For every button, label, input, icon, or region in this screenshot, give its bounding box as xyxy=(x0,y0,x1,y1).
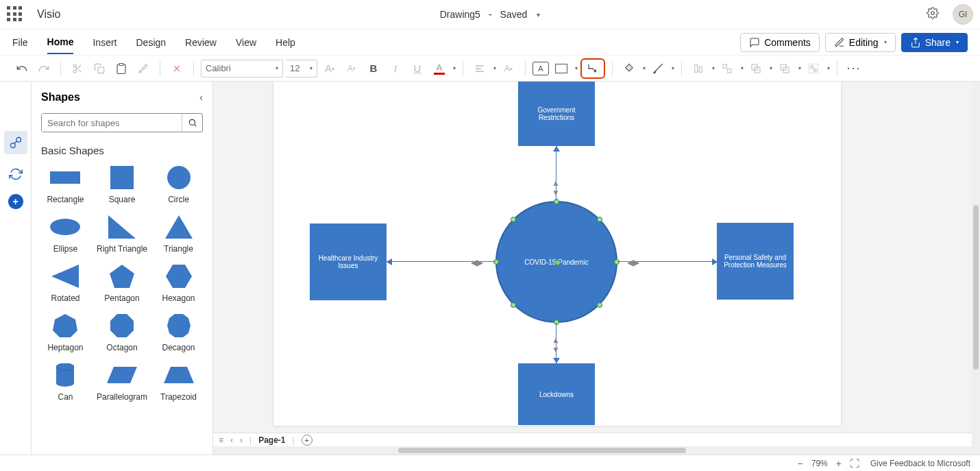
vertical-scrollbar[interactable] xyxy=(972,82,980,455)
shape-ellipse[interactable]: Ellipse xyxy=(41,215,90,254)
italic-button[interactable]: I xyxy=(386,59,405,78)
delete-button[interactable] xyxy=(167,59,186,78)
chevron-down-icon[interactable]: ▾ xyxy=(493,65,496,71)
chevron-down-icon[interactable]: ▾ xyxy=(453,65,456,71)
subscript-button[interactable]: A▴ xyxy=(499,59,518,78)
line-color-button[interactable] xyxy=(648,59,667,78)
add-icon[interactable]: + xyxy=(8,194,23,209)
chevron-down-icon[interactable]: ▾ xyxy=(798,65,801,71)
shape-right-triangle[interactable]: Right Triangle xyxy=(97,215,147,254)
node-personal-safety[interactable]: Personal Safety and Protection Measures xyxy=(717,223,794,300)
node-healthcare[interactable]: Healthcare Industry Issues xyxy=(310,224,387,300)
shape-square[interactable]: Square xyxy=(97,166,147,204)
shape-trapezoid[interactable]: Trapezoid xyxy=(154,363,203,402)
node-lockdowns[interactable]: Lockdowns xyxy=(518,363,595,425)
autoconnect-arrow-icon[interactable]: ▲▼ xyxy=(552,178,560,197)
selection-handle[interactable] xyxy=(511,302,516,308)
tab-review[interactable]: Review xyxy=(185,32,217,53)
align-button[interactable] xyxy=(470,59,489,78)
shape-rotated[interactable]: Rotated xyxy=(41,265,90,303)
selection-handle[interactable] xyxy=(511,217,516,222)
fit-page-button[interactable]: ⛶ xyxy=(850,458,859,469)
shape-can[interactable]: Can xyxy=(41,363,90,402)
shrink-font-button[interactable]: A▾ xyxy=(342,59,361,78)
connector-tool-button[interactable] xyxy=(580,58,605,79)
feedback-link[interactable]: Give Feedback to Microsoft xyxy=(870,459,970,468)
redo-button[interactable] xyxy=(34,59,53,78)
shape-rectangle[interactable]: Rectangle xyxy=(41,166,90,204)
add-page-button[interactable]: + xyxy=(302,435,313,446)
chevron-down-icon[interactable]: ▾ xyxy=(643,65,646,71)
shape-parallelogram[interactable]: Parallelogram xyxy=(97,363,147,402)
tab-help[interactable]: Help xyxy=(275,32,295,53)
shapes-library-icon[interactable] xyxy=(4,131,27,154)
group-button[interactable] xyxy=(804,59,823,78)
send-back-button[interactable] xyxy=(775,59,794,78)
tab-insert[interactable]: Insert xyxy=(93,32,117,53)
tab-file[interactable]: File xyxy=(12,32,28,53)
font-color-button[interactable]: A xyxy=(430,59,449,78)
page-name[interactable]: Page-1 xyxy=(258,435,285,445)
grow-font-button[interactable]: A▴ xyxy=(320,59,339,78)
share-button[interactable]: Share ▾ xyxy=(901,33,968,52)
collapse-icon[interactable]: ‹ xyxy=(199,92,203,103)
shape-hexagon[interactable]: Hexagon xyxy=(154,265,203,303)
selection-handle[interactable] xyxy=(597,217,602,222)
fill-color-button[interactable] xyxy=(620,59,639,78)
selection-handle[interactable] xyxy=(597,302,602,308)
bring-front-button[interactable] xyxy=(746,59,765,78)
selection-handle[interactable] xyxy=(493,259,499,265)
document-title[interactable]: Drawing5 - Saved ▾ xyxy=(440,9,541,20)
chevron-down-icon[interactable]: ▾ xyxy=(827,65,830,71)
canvas[interactable]: Government Restrictions Lockdowns Health… xyxy=(213,82,980,455)
all-pages-icon[interactable]: ≡ xyxy=(219,435,223,445)
selection-handle[interactable] xyxy=(614,259,620,265)
shape-circle[interactable]: Circle xyxy=(154,166,203,204)
autoconnect-arrow-icon[interactable]: ◀▶ xyxy=(627,258,639,267)
shape-pentagon[interactable]: Pentagon xyxy=(97,265,147,303)
font-name-select[interactable]: Calibri▾ xyxy=(201,60,283,77)
rectangle-tool-button[interactable] xyxy=(552,59,571,78)
autoconnect-arrow-icon[interactable]: ◀▶ xyxy=(471,258,483,267)
refresh-icon[interactable] xyxy=(4,162,27,186)
chevron-down-icon[interactable]: ▾ xyxy=(741,65,744,71)
zoom-out-button[interactable]: − xyxy=(798,458,803,469)
format-painter-button[interactable] xyxy=(134,59,153,78)
search-icon[interactable] xyxy=(182,114,202,132)
undo-button[interactable] xyxy=(12,59,32,78)
shape-triangle[interactable]: Triangle xyxy=(154,215,203,254)
autoconnect-arrow-icon[interactable]: ▲▼ xyxy=(552,335,560,354)
chevron-down-icon[interactable]: ▾ xyxy=(770,65,772,71)
selection-handle[interactable] xyxy=(554,199,559,204)
prev-page-icon[interactable]: ‹ xyxy=(230,435,233,445)
shape-decagon[interactable]: Decagon xyxy=(154,314,203,352)
underline-button[interactable]: U xyxy=(408,59,427,78)
comments-button[interactable]: Comments xyxy=(740,33,820,52)
next-page-icon[interactable]: › xyxy=(240,435,243,445)
zoom-level[interactable]: 79% xyxy=(811,459,828,468)
gear-icon[interactable] xyxy=(927,7,939,22)
align-objects-button[interactable] xyxy=(689,59,708,78)
copy-button[interactable] xyxy=(90,59,109,78)
editing-button[interactable]: Editing ▾ xyxy=(825,33,896,52)
text-tool-button[interactable]: A xyxy=(532,62,549,75)
chevron-down-icon[interactable]: ▾ xyxy=(712,65,715,71)
chevron-down-icon[interactable]: ▾ xyxy=(672,65,674,71)
more-options-button[interactable]: ··· xyxy=(844,59,863,78)
font-size-select[interactable]: 12▾ xyxy=(286,60,317,77)
shape-octagon[interactable]: Octagon xyxy=(97,314,147,352)
cut-button[interactable] xyxy=(68,59,87,78)
horizontal-scrollbar[interactable] xyxy=(213,446,980,455)
paste-button[interactable] xyxy=(112,59,131,78)
selection-handle[interactable] xyxy=(554,319,559,325)
tab-design[interactable]: Design xyxy=(136,32,166,53)
shape-heptagon[interactable]: Heptagon xyxy=(41,314,90,352)
node-government-restrictions[interactable]: Government Restrictions xyxy=(518,82,595,146)
app-launcher-icon[interactable] xyxy=(7,6,23,23)
avatar[interactable]: GI xyxy=(953,4,973,25)
chevron-down-icon[interactable]: ▾ xyxy=(537,11,540,19)
drawing-page[interactable]: Government Restrictions Lockdowns Health… xyxy=(273,82,841,426)
tab-view[interactable]: View xyxy=(236,32,256,53)
position-button[interactable] xyxy=(718,59,737,78)
zoom-in-button[interactable]: + xyxy=(836,458,842,469)
